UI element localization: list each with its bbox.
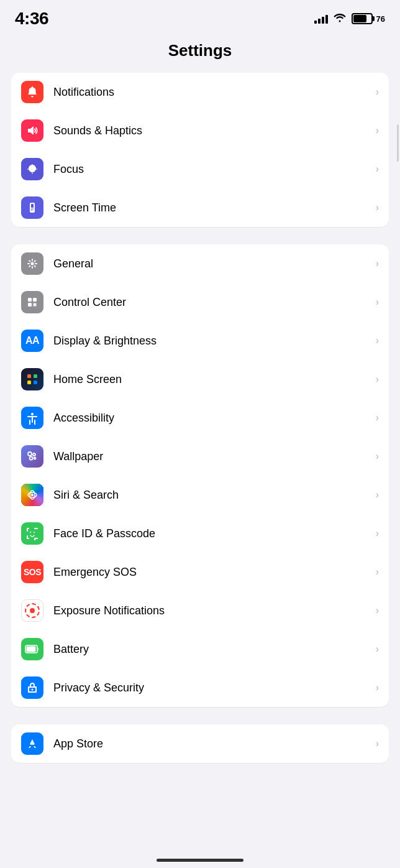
exposure-chevron: ›: [376, 605, 379, 616]
settings-row-sounds[interactable]: Sounds & Haptics ›: [11, 111, 389, 150]
notifications-chevron: ›: [376, 86, 379, 98]
svg-point-13: [31, 413, 34, 415]
privacy-icon: [21, 676, 43, 699]
sounds-icon: [21, 119, 43, 142]
accessibility-icon: [21, 407, 43, 429]
general-icon: [21, 252, 43, 275]
battery-status-icon: 76: [352, 13, 385, 24]
accessibility-label: Accessibility: [53, 412, 371, 425]
settings-row-battery[interactable]: Battery ›: [11, 630, 389, 668]
scrollbar[interactable]: [397, 124, 399, 162]
settings-group-3: App Store ›: [11, 724, 389, 763]
battery-label: Battery: [53, 643, 371, 656]
controlcenter-chevron: ›: [376, 297, 379, 308]
battery-percentage: 76: [376, 14, 385, 24]
wifi-icon: [333, 12, 347, 25]
emergencysos-label: Emergency SOS: [53, 566, 371, 579]
svg-rect-2: [31, 204, 34, 208]
svg-rect-5: [33, 298, 37, 302]
screentime-icon: [21, 196, 43, 219]
display-label: Display & Brightness: [53, 335, 371, 348]
emergencysos-icon: SOS: [21, 561, 43, 583]
page-wrapper: 4:36 76 Setting: [0, 0, 400, 805]
status-time: 4:36: [15, 9, 48, 29]
siri-chevron: ›: [376, 489, 379, 501]
status-bar: 4:36 76: [0, 0, 400, 34]
appstore-icon: [21, 732, 43, 755]
siri-label: Siri & Search: [53, 489, 371, 502]
settings-row-privacy[interactable]: Privacy & Security ›: [11, 668, 389, 707]
svg-point-16: [30, 457, 33, 460]
notifications-icon: [21, 81, 43, 103]
svg-rect-4: [28, 298, 32, 302]
focus-icon: [21, 158, 43, 180]
svg-rect-6: [28, 303, 32, 307]
settings-row-homescreen[interactable]: Home Screen ›: [11, 360, 389, 399]
settings-row-wallpaper[interactable]: Wallpaper ›: [11, 437, 389, 476]
settings-row-exposure[interactable]: Exposure Notifications ›: [11, 591, 389, 630]
settings-row-appstore[interactable]: App Store ›: [11, 724, 389, 763]
signal-bars-icon: [314, 14, 328, 24]
settings-group-1: Notifications › Sounds & Haptics ›: [11, 73, 389, 227]
appstore-chevron: ›: [376, 738, 379, 749]
settings-row-general[interactable]: General ›: [11, 244, 389, 283]
svg-point-17: [34, 458, 36, 459]
homescreen-label: Home Screen: [53, 373, 371, 386]
settings-row-emergencysos[interactable]: SOS Emergency SOS ›: [11, 553, 389, 591]
wallpaper-chevron: ›: [376, 451, 379, 462]
appstore-label: App Store: [53, 737, 371, 750]
controlcenter-icon: [21, 291, 43, 313]
svg-point-22: [34, 532, 35, 533]
notifications-label: Notifications: [53, 86, 371, 99]
focus-label: Focus: [53, 163, 371, 176]
svg-rect-10: [27, 381, 31, 384]
battery-chevron: ›: [376, 644, 379, 655]
wallpaper-icon: [21, 445, 43, 468]
status-icons: 76: [314, 12, 385, 25]
settings-row-display[interactable]: AA Display & Brightness ›: [11, 321, 389, 360]
svg-marker-0: [28, 126, 34, 135]
settings-row-notifications[interactable]: Notifications ›: [11, 73, 389, 111]
privacy-label: Privacy & Security: [53, 681, 371, 695]
display-chevron: ›: [376, 335, 379, 346]
home-indicator: [157, 859, 243, 862]
controlcenter-label: Control Center: [53, 296, 371, 309]
svg-rect-11: [34, 374, 37, 378]
homescreen-chevron: ›: [376, 374, 379, 385]
settings-group-2: General › Control Center › AA Display & …: [11, 244, 389, 707]
battery-icon: [21, 638, 43, 660]
svg-point-15: [33, 453, 35, 456]
display-icon: AA: [21, 330, 43, 352]
siri-icon: [21, 484, 43, 506]
svg-point-8: [34, 303, 36, 306]
svg-point-25: [32, 689, 34, 691]
settings-row-siri[interactable]: Siri & Search ›: [11, 476, 389, 514]
accessibility-chevron: ›: [376, 412, 379, 423]
homescreen-icon: [21, 368, 43, 390]
sounds-label: Sounds & Haptics: [53, 124, 371, 137]
sounds-chevron: ›: [376, 125, 379, 136]
settings-row-accessibility[interactable]: Accessibility ›: [11, 399, 389, 437]
wallpaper-label: Wallpaper: [53, 450, 371, 463]
general-chevron: ›: [376, 258, 379, 269]
faceid-label: Face ID & Passcode: [53, 527, 371, 540]
general-label: General: [53, 257, 371, 270]
svg-point-21: [30, 532, 31, 533]
privacy-chevron: ›: [376, 682, 379, 693]
settings-row-controlcenter[interactable]: Control Center ›: [11, 283, 389, 321]
settings-row-faceid[interactable]: Face ID & Passcode ›: [11, 514, 389, 553]
svg-point-14: [28, 452, 32, 456]
svg-point-3: [31, 262, 34, 265]
settings-row-focus[interactable]: Focus ›: [11, 150, 389, 188]
svg-rect-24: [27, 647, 36, 652]
page-title: Settings: [0, 34, 400, 73]
faceid-chevron: ›: [376, 528, 379, 539]
svg-rect-9: [27, 374, 31, 378]
emergencysos-chevron: ›: [376, 566, 379, 578]
exposure-label: Exposure Notifications: [53, 604, 371, 617]
settings-row-screentime[interactable]: Screen Time ›: [11, 188, 389, 227]
screentime-chevron: ›: [376, 202, 379, 213]
exposure-icon: [21, 599, 43, 622]
svg-rect-12: [34, 381, 37, 384]
svg-point-20: [31, 494, 34, 496]
